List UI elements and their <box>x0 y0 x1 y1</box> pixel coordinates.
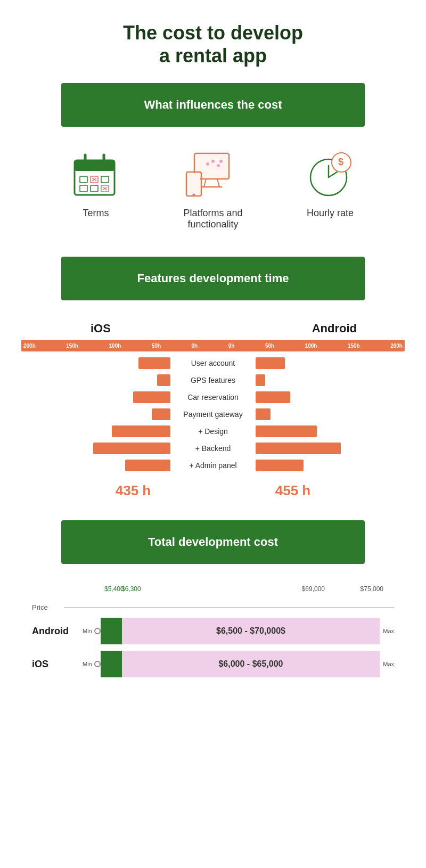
ios-bar <box>152 408 170 420</box>
android-bar <box>256 408 271 420</box>
icon-item-hourly: $ Hourly rate <box>272 148 389 219</box>
ios-bar-container <box>21 425 170 437</box>
ios-bar <box>93 443 170 454</box>
android-header: Android <box>312 322 357 335</box>
chart-section: iOS Android 200h 150h 100h 50h 0h 0h 50h… <box>0 322 426 499</box>
android-pink-bar: $6,500 - $70,000$ <box>122 618 380 644</box>
cost-section: $5,400 $6,300 $69,000 $75,000 Price Andr… <box>0 585 426 677</box>
svg-rect-1 <box>75 160 114 171</box>
android-bar <box>256 460 304 471</box>
svg-rect-8 <box>101 176 109 183</box>
feature-row: GPS features <box>21 373 405 388</box>
feature-label: Car reservation <box>170 393 256 402</box>
svg-rect-9 <box>80 185 87 192</box>
android-bar <box>256 425 317 437</box>
axis-0h-right: 0h <box>228 343 235 349</box>
price-far-1: $69,000 <box>302 585 325 593</box>
axis-50h-left: 50h <box>152 343 161 349</box>
clock-money-icon: $ <box>301 148 359 201</box>
android-min-dot <box>94 628 101 634</box>
svg-line-28 <box>329 172 337 177</box>
feature-label: + Backend <box>170 444 256 453</box>
android-bar <box>256 391 290 403</box>
ios-bar-container <box>21 408 170 420</box>
android-range-label: $6,500 - $70,000$ <box>216 626 285 636</box>
feature-rows: User accountGPS featuresCar reservationP… <box>21 356 405 473</box>
ios-range-label: $6,000 - $65,000 <box>218 659 283 669</box>
icon-item-terms: Terms <box>37 148 154 219</box>
svg-rect-20 <box>187 173 200 194</box>
ios-header: iOS <box>91 322 111 335</box>
features-banner-text: Features development time <box>137 272 289 285</box>
influences-banner-text: What influences the cost <box>144 98 282 111</box>
ios-cost-row: iOS Min $6,000 - $65,000 Max <box>21 651 405 677</box>
ios-bar <box>157 374 170 386</box>
calendar-icon <box>67 148 125 201</box>
android-bar <box>256 374 265 386</box>
feature-label: + Admin panel <box>170 461 256 470</box>
android-cost-row: Android Min $6,500 - $70,000$ Max <box>21 618 405 644</box>
svg-point-21 <box>193 194 195 196</box>
android-bar <box>256 443 341 454</box>
influences-banner: What influences the cost <box>61 83 365 127</box>
svg-line-16 <box>204 179 206 187</box>
devices-icon <box>184 148 242 201</box>
ios-min-dot <box>94 661 101 667</box>
terms-label: Terms <box>83 208 109 219</box>
android-bar-container <box>256 391 405 403</box>
android-max-label: Max <box>383 628 394 634</box>
svg-rect-4 <box>80 176 87 183</box>
ios-bar-container <box>21 391 170 403</box>
axis-200h-right: 200h <box>390 343 403 349</box>
svg-point-22 <box>206 162 209 166</box>
feature-label: GPS features <box>170 376 256 384</box>
features-banner: Features development time <box>61 257 365 300</box>
ios-bar-container <box>21 460 170 471</box>
feature-row: + Admin panel <box>21 458 405 473</box>
android-bar-container <box>256 357 405 369</box>
feature-row: Car reservation <box>21 390 405 405</box>
svg-point-25 <box>219 160 223 163</box>
android-bar-container <box>256 443 405 454</box>
ios-bar <box>133 391 170 403</box>
ios-platform-label: iOS <box>32 659 83 670</box>
android-green-bar <box>101 618 122 644</box>
ios-min-label: Min <box>83 661 92 667</box>
hours-row: 435 h 455 h <box>21 482 405 499</box>
axis-50h-right: 50h <box>265 343 274 349</box>
android-total: 455 h <box>275 482 311 499</box>
ios-green-bar <box>101 651 122 677</box>
feature-row: + Backend <box>21 441 405 456</box>
main-title-line1: The cost to develop <box>123 22 303 44</box>
feature-label: Payment gateway <box>170 410 256 419</box>
cost-banner: Total development cost <box>61 520 365 564</box>
platform-headers: iOS Android <box>21 322 405 335</box>
axis-0h-left: 0h <box>192 343 198 349</box>
ios-max-label: Max <box>383 661 394 667</box>
android-bar-container <box>256 408 405 420</box>
icon-item-platforms: Platforms and functionality <box>154 148 272 230</box>
axis-100h-left: 100h <box>109 343 121 349</box>
ios-bar <box>112 425 170 437</box>
android-bar-container <box>256 460 405 471</box>
axis-150h-right: 150h <box>348 343 360 349</box>
android-bar-container <box>256 374 405 386</box>
android-platform-label: Android <box>32 626 83 637</box>
svg-rect-10 <box>91 185 98 192</box>
main-title-line2: a rental app <box>159 45 267 67</box>
platforms-label: Platforms and functionality <box>183 208 242 230</box>
android-min-label: Min <box>83 628 92 634</box>
axis-bar: 200h 150h 100h 50h 0h 0h 50h 100h 150h 2… <box>21 340 405 351</box>
ios-bar-container <box>21 374 170 386</box>
feature-label: User account <box>170 359 256 367</box>
feature-row: User account <box>21 356 405 371</box>
ios-pink-bar: $6,000 - $65,000 <box>122 651 380 677</box>
android-bar-container <box>256 425 405 437</box>
svg-line-17 <box>217 179 219 187</box>
svg-point-24 <box>217 164 220 167</box>
price-far-2: $75,000 <box>361 585 383 593</box>
main-title: The cost to develop a rental app <box>0 21 426 67</box>
feature-label: + Design <box>170 427 256 436</box>
svg-point-23 <box>211 160 215 163</box>
influences-icons-row: Terms <box>0 148 426 230</box>
